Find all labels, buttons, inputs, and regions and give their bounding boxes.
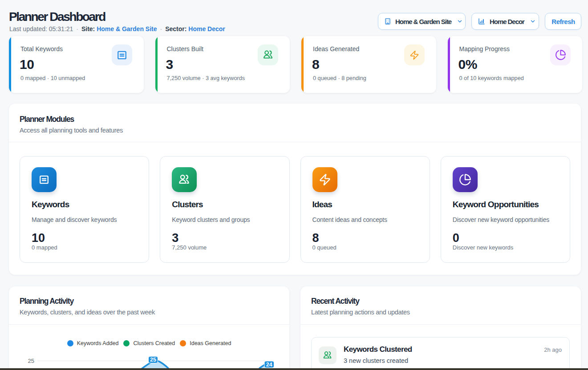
svg-text:24: 24 xyxy=(266,362,272,368)
svg-text:25: 25 xyxy=(150,357,156,363)
